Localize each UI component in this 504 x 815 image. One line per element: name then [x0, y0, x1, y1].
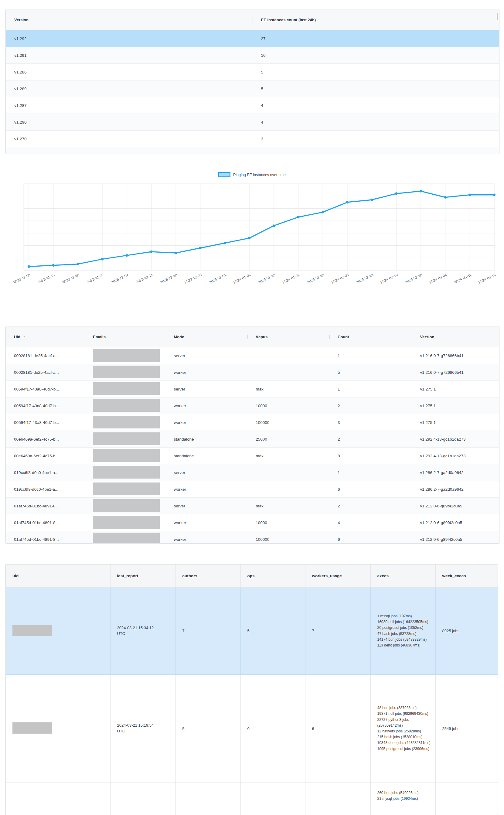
last-report-value: 2024-03-21 15:34:12 UTC: [117, 625, 163, 637]
emails-cell: [85, 483, 166, 496]
count-cell: 6: [329, 537, 412, 542]
column-header-version[interactable]: Version: [6, 18, 253, 22]
emails-cell: [85, 449, 166, 463]
column-header-vcpus[interactable]: Vcpus: [247, 335, 329, 339]
usage-table: uid last_report authors ops workers_usag…: [6, 564, 498, 815]
column-header-uid[interactable]: Uid↑: [6, 334, 85, 339]
column-header-ee-instances-count[interactable]: EE Instances count (last 24h): [253, 18, 499, 22]
last-report-value: 2024-03-21 15:19:54 UTC: [117, 723, 163, 734]
svg-text:2023-11-27: 2023-11-27: [86, 273, 105, 284]
count-cell: 1: [329, 470, 412, 475]
uid-cell: 00594f17-43a8-40d7-b...: [6, 404, 85, 408]
table-row[interactable]: 00594f17-43a8-40d7-b... worker 100000 3 …: [6, 414, 499, 431]
table-row[interactable]: 019cc6f8-d0c0-4be1-a... server 1 v1.286.…: [6, 464, 499, 481]
column-header-week-execs[interactable]: week_execs: [435, 564, 498, 587]
vertical-scrollbar-thumb[interactable]: [497, 13, 498, 20]
table-row[interactable]: 00028181-de25-4acf-a... worker 5 v1.216.…: [6, 364, 499, 381]
column-header-workers-usage[interactable]: workers_usage: [305, 564, 370, 587]
table-row-selected[interactable]: v1.292 27: [6, 30, 499, 47]
vcpus-cell: 25000: [247, 437, 329, 442]
mode-cell: worker: [166, 420, 248, 425]
count-cell: 27: [253, 36, 499, 41]
version-cell: v1.289: [6, 87, 253, 91]
svg-text:2023-12-04: 2023-12-04: [110, 273, 129, 285]
vcpus-cell: max: [247, 387, 329, 391]
table-row[interactable]: v1.287 4: [6, 97, 499, 114]
table-row[interactable]: v1.275 3: [6, 147, 499, 154]
emails-cell: [85, 416, 166, 429]
email-redacted-block: [93, 349, 160, 362]
table-row[interactable]: 00e6469a-6ef2-4c75-b... standalone max 8…: [6, 448, 499, 464]
table-row[interactable]: 00e6469a-6ef2-4c75-b... standalone 25000…: [6, 431, 499, 448]
version-cell: v1.212.0-6-g89f42c0a5: [412, 520, 499, 525]
mode-cell: worker: [166, 537, 248, 542]
table-row[interactable]: 00594f17-43a8-40d7-b... worker 10000 2 v…: [6, 397, 499, 414]
execs-cell: 48 bun jobs (387928ms) 19871 null jobs (…: [370, 674, 435, 783]
table-row[interactable]: v1.270 3: [6, 131, 499, 147]
column-header-version[interactable]: Version: [412, 335, 499, 339]
version-cell: v1.290: [6, 120, 253, 124]
column-header-count[interactable]: Count: [329, 335, 412, 339]
table-row[interactable]: 2024-03-21 15:19:54 UTC 5 0 6 48 bun job…: [6, 674, 498, 783]
column-header-execs[interactable]: execs: [370, 564, 435, 587]
svg-text:2024-02-12: 2024-02-12: [355, 273, 374, 285]
table-row[interactable]: v1.290 4: [6, 114, 499, 131]
vcpus-cell: max: [247, 504, 329, 508]
email-redacted-block: [93, 466, 160, 479]
svg-text:2023-12-25: 2023-12-25: [184, 273, 203, 285]
version-cell: v1.286.2-7-ga2d0a9642: [412, 470, 499, 475]
uid-cell: 019cc6f8-d0c0-4be1-a...: [6, 470, 85, 475]
mode-cell: server: [166, 387, 248, 391]
svg-text:2023-12-11: 2023-12-11: [135, 273, 154, 284]
column-header-ops[interactable]: ops: [240, 564, 305, 587]
ops-cell: [240, 783, 305, 815]
count-cell: 2: [329, 504, 412, 508]
mode-cell: server: [166, 353, 248, 358]
table-row[interactable]: v1.286 5: [6, 64, 499, 80]
uid-cell: 00028181-de25-4acf-a...: [6, 370, 85, 375]
version-cell: v1.212.0-6-g89f42c0a5: [412, 504, 499, 508]
column-header-authors[interactable]: authors: [175, 564, 240, 587]
version-cell: v1.286: [6, 70, 253, 74]
emails-cell: [85, 432, 166, 446]
table-row[interactable]: v1.289 5: [6, 80, 499, 97]
uid-header-label: Uid: [14, 335, 20, 339]
version-table-header: Version EE Instances count (last 24h): [6, 9, 499, 30]
ops-cell: 5: [240, 587, 305, 674]
count-cell: 3: [329, 420, 412, 425]
column-header-last-report[interactable]: last_report: [110, 564, 175, 587]
table-row[interactable]: 01af745d-01bc-4891-8... server max 2 v1.…: [6, 498, 499, 514]
table-row[interactable]: 01af745d-01bc-4891-8... worker 10000 4 v…: [6, 514, 499, 531]
table-row[interactable]: 01af745d-01bc-4891-8... worker 100000 6 …: [6, 531, 499, 544]
execs-cell: 260 bun jobs (549925ms) 21 mysql jobs (1…: [370, 783, 435, 815]
workers-usage-cell: 6: [305, 674, 370, 783]
table-row-highlighted[interactable]: 2024-03-21 15:34:12 UTC 7 5 7 1 mssql jo…: [6, 587, 498, 674]
mode-cell: worker: [166, 404, 248, 408]
column-header-mode[interactable]: Mode: [166, 335, 248, 339]
version-cell: v1.275: [6, 153, 253, 154]
table-row[interactable]: 019cc6f8-d0c0-4be1-a... worker 6 v1.286.…: [6, 481, 499, 498]
last-report-cell: 2024-03-21 15:34:12 UTC: [110, 587, 175, 674]
count-cell: 5: [253, 87, 499, 91]
pinging-instances-chart: Pinging EE instances over time 2023-11-0…: [0, 165, 504, 299]
column-header-emails[interactable]: Emails: [85, 335, 166, 339]
svg-text:2024-03-04: 2024-03-04: [429, 273, 448, 285]
instances-detail-table: Uid↑ Emails Mode Vcpus Count Version 000…: [5, 326, 499, 544]
column-header-uid[interactable]: uid: [6, 564, 110, 587]
table-row[interactable]: 00028181-de25-4acf-a... server 1 v1.216.…: [6, 347, 499, 364]
authors-cell: 5: [175, 674, 240, 783]
svg-text:2024-01-15: 2024-01-15: [257, 273, 276, 285]
table-row[interactable]: v1.291 10: [6, 47, 499, 64]
table-row[interactable]: 260 bun jobs (549925ms) 21 mysql jobs (1…: [6, 783, 498, 815]
svg-text:2024-01-08: 2024-01-08: [233, 273, 252, 285]
svg-text:2023-11-13: 2023-11-13: [37, 273, 56, 284]
sort-ascending-icon[interactable]: ↑: [23, 334, 25, 339]
emails-cell: [85, 466, 166, 479]
version-cell: v1.275.1: [412, 387, 499, 391]
table-row[interactable]: 00594f17-43a8-40d7-b... server max 1 v1.…: [6, 381, 499, 397]
vcpus-cell: 100000: [247, 420, 329, 425]
email-redacted-block: [93, 483, 160, 495]
version-cell: v1.216.0-7-g726866b41: [412, 353, 499, 358]
uid-cell: 00594f17-43a8-40d7-b...: [6, 387, 85, 391]
email-redacted-block: [93, 382, 160, 395]
